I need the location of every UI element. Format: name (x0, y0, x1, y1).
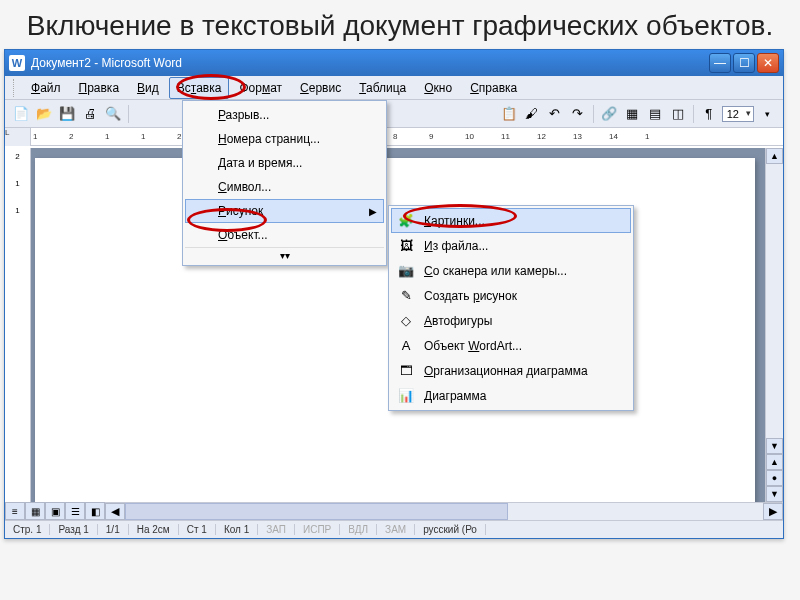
outline-view-icon[interactable]: ☰ (65, 502, 85, 520)
status-ovr[interactable]: ЗАМ (377, 524, 415, 535)
menu-item-icon: 🖼 (394, 238, 418, 253)
menu-item-label: Разрыв... (212, 108, 377, 122)
normal-view-icon[interactable]: ≡ (5, 502, 25, 520)
zoom-combo[interactable]: 12 (722, 106, 754, 122)
scroll-left-icon[interactable]: ◀ (105, 503, 125, 520)
toolbar: 📄 📂 💾 🖨 🔍 📋 🖌 ↶ ↷ 🔗 ▦ ▤ ◫ ¶ 12 ▾ (5, 100, 783, 128)
word-app-icon: W (9, 55, 25, 71)
menu-help[interactable]: Справка (462, 77, 525, 99)
ruler-corner: L (5, 128, 31, 146)
scrollbar-horizontal[interactable]: ◀ ▶ (105, 502, 783, 520)
insert-item--[interactable]: Рисунок▶ (185, 199, 384, 223)
browse-object-icon[interactable]: ● (766, 470, 783, 486)
picture-item--[interactable]: 📷Со сканера или камеры... (391, 258, 631, 283)
minimize-button[interactable]: — (709, 53, 731, 73)
menubar: Файл Правка Вид Вставка Формат Сервис Та… (5, 76, 783, 100)
new-doc-icon[interactable]: 📄 (11, 104, 31, 124)
picture-item--[interactable]: 🖼Из файла... (391, 233, 631, 258)
menu-table[interactable]: Таблица (351, 77, 414, 99)
insert-item--[interactable]: Символ... (185, 175, 384, 199)
insert-item--[interactable]: Разрыв... (185, 103, 384, 127)
status-lang[interactable]: русский (Ро (415, 524, 486, 535)
status-line: Ст 1 (179, 524, 216, 535)
status-rec[interactable]: ЗАП (258, 524, 295, 535)
columns-icon[interactable]: ▤ (645, 104, 665, 124)
menu-item-label: Со сканера или камеры... (418, 264, 624, 278)
scroll-h-track[interactable] (125, 503, 763, 520)
menu-edit[interactable]: Правка (71, 77, 128, 99)
menu-item-label: Автофигуры (418, 314, 624, 328)
paste-icon[interactable]: 📋 (499, 104, 519, 124)
menu-format[interactable]: Формат (231, 77, 290, 99)
insert-item--[interactable]: Объект... (185, 223, 384, 247)
menu-insert[interactable]: Вставка (169, 77, 230, 99)
ruler-tick: 13 (573, 132, 609, 141)
status-section: Разд 1 (50, 524, 97, 535)
status-ext[interactable]: ВДЛ (340, 524, 377, 535)
scroll-down-icon[interactable]: ▼ (766, 438, 783, 454)
maximize-button[interactable]: ☐ (733, 53, 755, 73)
drawing-icon[interactable]: ◫ (668, 104, 688, 124)
status-trk[interactable]: ИСПР (295, 524, 340, 535)
status-pages: 1/1 (98, 524, 129, 535)
ruler-vertical[interactable]: 211 (5, 148, 31, 502)
format-painter-icon[interactable]: 🖌 (522, 104, 542, 124)
menu-item-label: Номера страниц... (212, 132, 377, 146)
ruler-tick: 1 (33, 132, 69, 141)
insert-item--[interactable]: Номера страниц... (185, 127, 384, 151)
ruler-tick: 14 (609, 132, 645, 141)
next-page-icon[interactable]: ▼ (766, 486, 783, 502)
menu-tools[interactable]: Сервис (292, 77, 349, 99)
menu-item-icon: 📷 (394, 263, 418, 278)
menu-item-label: Организационная диаграмма (418, 364, 624, 378)
save-icon[interactable]: 💾 (57, 104, 77, 124)
menu-expand-icon[interactable]: ▾▾ (185, 247, 384, 263)
redo-icon[interactable]: ↷ (568, 104, 588, 124)
picture-item--[interactable]: ✎Создать рисунок (391, 283, 631, 308)
ruler-horizontal[interactable]: L 12112345678910111213141 (5, 128, 783, 146)
print-view-icon[interactable]: ▣ (45, 502, 65, 520)
menu-item-label: Из файла... (418, 239, 624, 253)
menu-item-icon: ◇ (394, 313, 418, 328)
ruler-tick: 1 (645, 132, 681, 141)
menu-item-icon: 🧩 (394, 213, 418, 228)
picture-item--[interactable]: ◇Автофигуры (391, 308, 631, 333)
hyperlink-icon[interactable]: 🔗 (599, 104, 619, 124)
close-button[interactable]: ✕ (757, 53, 779, 73)
menu-file[interactable]: Файл (23, 77, 69, 99)
menu-view[interactable]: Вид (129, 77, 167, 99)
print-icon[interactable]: 🖨 (80, 104, 100, 124)
menu-item-label: Объект WordArt... (418, 339, 624, 353)
menu-window[interactable]: Окно (416, 77, 460, 99)
ruler-tick: 2 (69, 132, 105, 141)
submenu-picture: 🧩Картинки...🖼Из файла...📷Со сканера или … (388, 205, 634, 411)
help-icon[interactable]: ▾ (757, 104, 777, 124)
titlebar: W Документ2 - Microsoft Word — ☐ ✕ (5, 50, 783, 76)
picture-item--[interactable]: 🧩Картинки... (391, 208, 631, 233)
ruler-tick: 9 (429, 132, 465, 141)
open-icon[interactable]: 📂 (34, 104, 54, 124)
insert-item--[interactable]: Дата и время... (185, 151, 384, 175)
undo-icon[interactable]: ↶ (545, 104, 565, 124)
scroll-h-thumb[interactable] (125, 503, 508, 520)
status-col: Кол 1 (216, 524, 258, 535)
scroll-right-icon[interactable]: ▶ (763, 503, 783, 520)
scrollbar-vertical[interactable]: ▲ ▼ ▲ ● ▼ (765, 148, 783, 502)
picture-item--[interactable]: 🗔Организационная диаграмма (391, 358, 631, 383)
prev-page-icon[interactable]: ▲ (766, 454, 783, 470)
table-icon[interactable]: ▦ (622, 104, 642, 124)
menu-item-label: Объект... (212, 228, 377, 242)
print-preview-icon[interactable]: 🔍 (103, 104, 123, 124)
status-at: На 2см (129, 524, 179, 535)
ruler-tick: 1 (15, 206, 19, 215)
submenu-arrow-icon: ▶ (369, 206, 377, 217)
ruler-tick: 1 (141, 132, 177, 141)
picture-item--[interactable]: 📊Диаграмма (391, 383, 631, 408)
scroll-track[interactable] (766, 164, 783, 438)
picture-item--wordart-[interactable]: AОбъект WordArt... (391, 333, 631, 358)
web-view-icon[interactable]: ▦ (25, 502, 45, 520)
reading-view-icon[interactable]: ◧ (85, 502, 105, 520)
menubar-grip (13, 79, 17, 97)
zoom-out-icon[interactable]: ¶ (699, 104, 719, 124)
scroll-up-icon[interactable]: ▲ (766, 148, 783, 164)
